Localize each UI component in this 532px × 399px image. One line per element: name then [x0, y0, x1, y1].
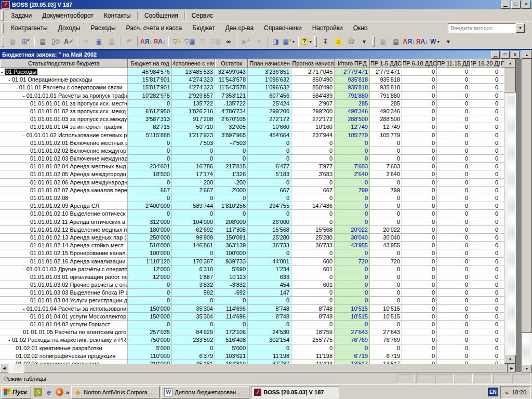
cell[interactable]: 0 [402, 218, 437, 226]
cell[interactable]: 10'515 [370, 305, 402, 313]
column-header-10[interactable]: ПР 16-20 ДД [470, 59, 500, 68]
cell[interactable]: 0 [335, 344, 370, 352]
cell[interactable]: 13'485'533 [172, 68, 215, 76]
cell[interactable]: 0 [437, 210, 470, 218]
close-button[interactable]: × [522, 1, 531, 9]
scrollbar-track[interactable] [8, 364, 24, 373]
cell[interactable]: 0 [402, 147, 437, 155]
row-label-cell[interactable]: - 01.01.01.03 Другие расчёты с операто [0, 265, 128, 273]
menubar1-item-2[interactable]: Контакты [99, 10, 136, 21]
row-label-cell[interactable]: - 01.01.01.02 Использование сетевых ре [0, 131, 128, 139]
cell[interactable]: 0 [291, 179, 335, 187]
cell[interactable]: 4'274'323 [172, 76, 215, 84]
cell[interactable]: 0 [402, 179, 437, 187]
cell[interactable]: 0 [437, 242, 470, 249]
cell[interactable]: 0 [370, 147, 402, 155]
cell[interactable]: 299'200 [248, 108, 291, 115]
help-icon[interactable]: ?▼ [300, 36, 313, 48]
row-label-cell[interactable]: - 01 Расходы [0, 68, 128, 76]
cell[interactable]: 0 [402, 155, 437, 163]
cell[interactable]: 0 [437, 336, 470, 344]
cell[interactable]: 147 [248, 289, 291, 297]
cell[interactable]: 0 [402, 163, 437, 170]
cell[interactable]: 170'387 [172, 258, 215, 265]
cell[interactable]: 799 [370, 187, 402, 194]
cell[interactable]: 27'643 [370, 328, 402, 336]
cell[interactable]: 0 [215, 297, 248, 304]
cell[interactable]: 0 [172, 344, 215, 352]
cell[interactable]: 0 [402, 187, 437, 194]
cell[interactable]: 0 [437, 297, 470, 304]
cell[interactable]: 0 [335, 273, 370, 281]
cell[interactable]: 0 [402, 234, 437, 242]
media-player-icon[interactable]: ▶ [56, 388, 63, 396]
cell[interactable]: 667 [128, 187, 172, 194]
row-label-cell[interactable]: - 01.01.01.01 Расчёты за пропуск трафи [0, 92, 128, 100]
cell[interactable]: 18'500 [128, 170, 172, 178]
cell[interactable]: 589'744 [172, 202, 215, 210]
toolbar-grip[interactable] [1, 10, 4, 21]
restore-button[interactable]: □ [511, 1, 521, 9]
cell[interactable]: 6'310 [172, 265, 215, 273]
cell[interactable]: 104'000 [172, 218, 215, 226]
row-label-cell[interactable]: 01.02.02 полиграфическая продукция [0, 352, 128, 360]
cell[interactable]: 294'755 [248, 202, 291, 210]
cell[interactable]: 44'001 [248, 258, 291, 265]
cell[interactable]: 0 [128, 321, 172, 328]
cell[interactable]: 0 [172, 321, 215, 328]
cell[interactable]: 490'346 [370, 108, 402, 115]
titlebar[interactable]: ∕ BOSS [20.05.03] V 187 ▁ □ × [0, 0, 532, 9]
cell[interactable]: 1'096'632 [248, 84, 291, 91]
cell[interactable]: 0 [437, 123, 470, 131]
cell[interactable]: 0 [470, 313, 500, 321]
cell[interactable]: 8'748 [291, 313, 335, 321]
cell[interactable]: 27'643 [335, 328, 370, 336]
cell[interactable]: 935'818 [335, 84, 370, 91]
column-header-1[interactable]: Бюджет на год [128, 59, 172, 68]
cell[interactable]: 45'181 [172, 360, 215, 364]
cell[interactable]: 11'198 [291, 352, 335, 360]
goto-new-record-icon[interactable]: ▶* [240, 36, 252, 48]
cell[interactable]: 0 [291, 321, 335, 328]
cell[interactable]: 0 [437, 163, 470, 170]
cell[interactable]: 20'022 [370, 226, 402, 234]
cell[interactable]: 0 [470, 321, 500, 328]
cell[interactable]: 667 [248, 187, 291, 194]
filter-lightning-icon[interactable]: ▽ϟ [170, 36, 183, 48]
cell[interactable]: 0 [437, 305, 470, 313]
cell[interactable]: 32'005 [215, 123, 248, 131]
cell[interactable]: 0 [291, 147, 335, 155]
row-label-cell[interactable]: 01.01.01.02.15 Бронирование канал [0, 249, 128, 257]
cell[interactable]: 105'779 [335, 131, 370, 139]
cell[interactable]: 0 [128, 147, 172, 155]
cell[interactable]: 45'984'576 [128, 68, 172, 76]
row-label-cell[interactable]: 01.01.01.02.03 Включение междунар [0, 155, 128, 163]
cell[interactable]: 2'779'471 [335, 68, 370, 76]
column-header-4[interactable]: План.начислен [248, 59, 291, 68]
cell[interactable]: 1'810'256 [215, 202, 248, 210]
row-label-cell[interactable]: - 01.01.01.04 Расчёты за использование [0, 305, 128, 313]
row-label-cell[interactable]: 01.01.01.01.01 за пропуск исх. местн [0, 100, 128, 108]
cell[interactable]: 0 [470, 92, 500, 100]
menubar2-item-3[interactable]: Расч. счета и касса [121, 23, 188, 33]
cell[interactable]: 3'897'965 [215, 131, 248, 139]
cell[interactable]: 0 [402, 139, 437, 147]
cell[interactable]: 0 [291, 218, 335, 226]
cell[interactable]: 255'775 [291, 336, 335, 344]
cell[interactable]: 18'759 [291, 328, 335, 336]
cell[interactable]: 0 [470, 344, 500, 352]
menubar2-item-8[interactable]: Окно [348, 23, 373, 33]
cell[interactable]: 2'670'105 [215, 115, 248, 123]
cell[interactable]: 0 [370, 155, 402, 163]
cell[interactable]: 0 [437, 273, 470, 281]
cell[interactable]: 84'929 [172, 328, 215, 336]
cell[interactable]: 0 [470, 108, 500, 115]
word-export-icon[interactable]: W▼ [429, 36, 442, 48]
cell[interactable]: 272'172 [248, 115, 291, 123]
paste-icon[interactable]: ▤ [105, 36, 118, 48]
column-header-8[interactable]: ПР 6-10 ДДС [402, 59, 437, 68]
cell[interactable]: 2'640 [335, 170, 370, 178]
document-titlebar[interactable]: Бюджетная заявка: " на Май 2002 ▁ □ × [0, 50, 522, 59]
cell[interactable]: 939'733 [215, 258, 248, 265]
cell[interactable]: 32'499'043 [215, 68, 248, 76]
